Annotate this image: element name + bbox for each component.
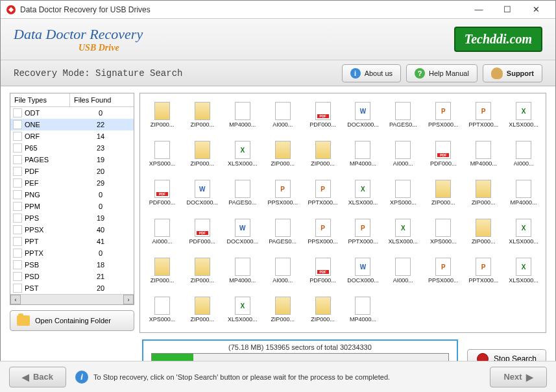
scroll-right-arrow[interactable]: › xyxy=(123,295,134,304)
file-item[interactable]: ZIP000... xyxy=(143,96,182,134)
file-item[interactable]: MP4000... xyxy=(344,135,383,173)
scroll-left-arrow[interactable]: ‹ xyxy=(10,295,21,304)
file-item[interactable]: DOCX000... xyxy=(344,252,383,289)
file-type-icon xyxy=(13,284,22,293)
file-icon xyxy=(476,258,491,276)
file-item[interactable]: DOCX000... xyxy=(344,96,383,134)
file-type-row[interactable]: PPTX 0 xyxy=(10,247,134,259)
file-item[interactable]: PAGES0... xyxy=(223,174,262,212)
file-item[interactable]: PPSX000... xyxy=(304,213,343,251)
file-item[interactable]: AI000... xyxy=(504,135,543,173)
file-type-row[interactable]: ONE 22 xyxy=(10,119,134,130)
file-item[interactable]: MP4000... xyxy=(223,252,262,289)
file-label: ZIP000... xyxy=(151,277,175,284)
file-type-row[interactable]: PSB 18 xyxy=(10,259,134,271)
file-item[interactable]: ZIP000... xyxy=(183,252,222,289)
file-item[interactable]: PDF000... xyxy=(304,96,343,134)
file-item[interactable]: AI000... xyxy=(263,96,302,134)
file-type-row[interactable]: ORF 14 xyxy=(10,130,134,142)
file-item[interactable]: PDF000... xyxy=(143,174,182,212)
file-item[interactable]: AI000... xyxy=(383,252,422,289)
file-item[interactable]: MP4000... xyxy=(464,135,503,173)
file-item[interactable]: XPS000... xyxy=(424,213,463,251)
file-item[interactable]: XLSX000... xyxy=(344,174,383,212)
file-item[interactable]: AI000... xyxy=(263,252,302,289)
file-item[interactable]: PPTX000... xyxy=(464,96,503,134)
file-type-row[interactable]: PSD 21 xyxy=(10,271,134,282)
file-type-row[interactable]: P65 23 xyxy=(10,142,134,154)
help-icon: ? xyxy=(415,68,425,79)
file-item[interactable]: PPTX000... xyxy=(304,174,343,212)
file-type-row[interactable]: PPSX 40 xyxy=(10,224,134,236)
file-item[interactable]: DOCX000... xyxy=(183,174,222,212)
open-containing-folder-button[interactable]: Open Containing Folder xyxy=(10,310,134,331)
file-type-row[interactable]: PEF 29 xyxy=(10,177,134,189)
file-item[interactable]: DOCX000... xyxy=(223,213,262,251)
file-item[interactable]: PAGES0... xyxy=(383,96,422,134)
file-label: PPSX000... xyxy=(428,121,459,128)
file-type-row[interactable]: PPM 0 xyxy=(10,201,134,212)
file-types-header[interactable]: File Types xyxy=(10,93,70,106)
file-item[interactable]: PDF000... xyxy=(424,135,463,173)
file-type-row[interactable]: PAGES 19 xyxy=(10,154,134,165)
close-button[interactable]: ✕ xyxy=(522,1,550,18)
file-item[interactable]: PDF000... xyxy=(183,213,222,251)
file-item[interactable]: XPS000... xyxy=(143,291,182,328)
file-item[interactable]: ZIP000... xyxy=(263,291,302,328)
file-item[interactable]: XLSX000... xyxy=(223,135,262,173)
next-button[interactable]: Next ▶ xyxy=(490,367,547,387)
recovered-files-panel[interactable]: ZIP000... ZIP000... MP4000... AI000... P… xyxy=(139,93,546,333)
file-type-row[interactable]: PDF 20 xyxy=(10,165,134,177)
file-item[interactable]: ZIP000... xyxy=(183,291,222,328)
file-type-count: 14 xyxy=(70,132,131,140)
file-item[interactable]: ZIP000... xyxy=(304,135,343,173)
file-type-row[interactable]: PST 20 xyxy=(10,282,134,294)
file-item[interactable]: XLSX000... xyxy=(504,252,543,289)
file-item[interactable]: PPSX000... xyxy=(424,252,463,289)
help-manual-button[interactable]: ? Help Manual xyxy=(406,64,477,82)
back-button[interactable]: ◀ Back xyxy=(9,367,66,387)
support-button[interactable]: Support xyxy=(483,64,542,82)
file-item[interactable]: XLSX000... xyxy=(383,213,422,251)
file-icon xyxy=(195,297,210,315)
file-item[interactable]: XLSX000... xyxy=(504,213,543,251)
file-item[interactable]: ZIP000... xyxy=(263,135,302,173)
file-type-row[interactable]: ODT 0 xyxy=(10,107,134,119)
file-item[interactable]: ZIP000... xyxy=(304,291,343,328)
file-item[interactable]: AI000... xyxy=(143,213,182,251)
file-item[interactable]: XLSX000... xyxy=(223,291,262,328)
file-item[interactable]: ZIP000... xyxy=(424,174,463,212)
file-item[interactable]: XLSX000... xyxy=(504,96,543,134)
file-item[interactable]: PPSX000... xyxy=(424,96,463,134)
file-label: AI000... xyxy=(393,160,413,167)
file-item[interactable]: ZIP000... xyxy=(183,135,222,173)
file-item[interactable]: XPS000... xyxy=(143,135,182,173)
file-item[interactable]: PDF000... xyxy=(304,252,343,289)
file-item[interactable]: PPSX000... xyxy=(263,174,302,212)
file-item[interactable]: PPTX000... xyxy=(344,213,383,251)
file-item[interactable]: ZIP000... xyxy=(143,252,182,289)
file-label: ZIP000... xyxy=(191,160,215,167)
file-type-row[interactable]: PNG 0 xyxy=(10,189,134,201)
mode-row: Recovery Mode: Signature Search i About … xyxy=(1,60,555,86)
file-item[interactable]: PAGES0... xyxy=(263,213,302,251)
file-label: ZIP000... xyxy=(311,160,335,167)
file-item[interactable]: AI000... xyxy=(383,135,422,173)
file-item[interactable]: ZIP000... xyxy=(183,96,222,134)
files-found-header[interactable]: Files Found xyxy=(70,93,134,106)
file-item[interactable]: MP4000... xyxy=(344,291,383,328)
file-item[interactable]: ZIP000... xyxy=(464,213,503,251)
minimize-button[interactable]: — xyxy=(465,1,493,18)
about-us-button[interactable]: i About us xyxy=(342,64,401,82)
file-type-row[interactable]: PPS 19 xyxy=(10,212,134,224)
file-type-row[interactable]: PPT 41 xyxy=(10,236,134,247)
maximize-button[interactable]: ☐ xyxy=(493,1,522,18)
file-item[interactable]: ZIP000... xyxy=(464,174,503,212)
horizontal-scrollbar[interactable]: ‹ › xyxy=(10,294,134,304)
file-label: MP4000... xyxy=(350,316,376,323)
file-item[interactable]: MP4000... xyxy=(504,174,543,212)
file-item[interactable]: MP4000... xyxy=(223,96,262,134)
file-item[interactable]: PPTX000... xyxy=(464,252,503,289)
file-item[interactable]: XPS000... xyxy=(383,174,422,212)
file-type-icon xyxy=(13,155,22,164)
